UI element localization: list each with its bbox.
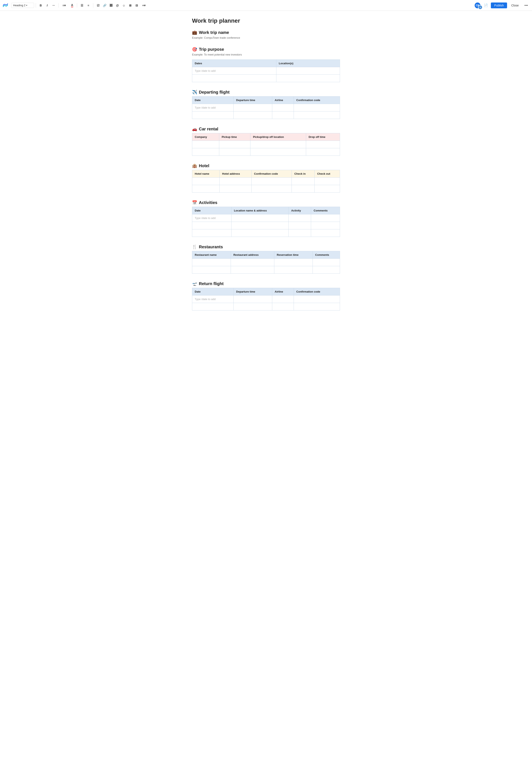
departing-flight-table: Date Departure time Airline Confirmation…: [192, 96, 340, 119]
insert-more-button[interactable]: +▾: [140, 2, 148, 9]
toolbar-right: CK + 📄 Publish Close •••: [474, 2, 530, 9]
section-car-rental: 🚗 Car rental Company Pickup time Pickup/…: [192, 126, 340, 156]
trip-purpose-heading: 🎯 Trip purpose: [192, 47, 340, 52]
toolbar-divider-4: [93, 3, 93, 8]
restaurants-header-row: Restaurant name Restaurant address Reser…: [192, 251, 340, 259]
section-hotel: 🏨 Hotel Hotel name Hotel address Confirm…: [192, 163, 340, 192]
bullet-list-icon: ☰: [81, 4, 83, 7]
location-cell-2[interactable]: [276, 75, 340, 82]
toolbar-divider-1: [36, 3, 36, 8]
table-row: [192, 229, 340, 237]
text-format-group: B I ···: [38, 2, 57, 9]
col-location-name-address: Location name & address: [231, 207, 289, 214]
publish-button[interactable]: Publish: [491, 2, 507, 8]
bullet-list-button[interactable]: ☰: [79, 2, 85, 9]
checklist-button[interactable]: ☑: [95, 2, 101, 9]
ellipsis-icon: •••: [525, 4, 528, 7]
date-cell[interactable]: Type /date to add: [192, 104, 234, 111]
col-ret-departure-time: Departure time: [234, 288, 272, 295]
link-icon: 🔗: [103, 4, 106, 7]
section-work-trip-name: 💼 Work trip name Example: CompuTown trad…: [192, 30, 340, 39]
col-dates: Dates: [192, 60, 276, 67]
section-trip-purpose: 🎯 Trip purpose Example: To meet potentia…: [192, 47, 340, 82]
table-row: [192, 303, 340, 310]
work-trip-name-heading: 💼 Work trip name: [192, 30, 340, 35]
col-reservation-time: Reservation time: [274, 251, 313, 259]
hotel-header-row: Hotel name Hotel address Confirmation co…: [192, 170, 340, 178]
add-collaborator-button[interactable]: +: [478, 5, 483, 10]
toolbar: Heading 2 ▾ B I ··· ≡▾ A ☰ ≡ ☑ 🔗 �: [0, 0, 532, 11]
table-row: Type /date to add: [192, 214, 340, 222]
return-flight-header-row: Date Departure time Airline Confirmation…: [192, 288, 340, 295]
target-icon: 🎯: [192, 47, 197, 52]
col-comments: Comments: [311, 207, 340, 214]
fork-knife-icon: 🍴: [192, 244, 197, 249]
layout-icon: ⊟: [135, 4, 138, 7]
more-format-button[interactable]: ···: [50, 2, 57, 9]
mention-button[interactable]: @: [114, 2, 121, 9]
airline-cell[interactable]: [272, 104, 294, 111]
align-button[interactable]: ≡▾: [60, 2, 68, 9]
section-return-flight: 🛫 Return flight Date Departure time Airl…: [192, 281, 340, 310]
car-rental-table: Company Pickup time Pickup/drop off loca…: [192, 133, 340, 156]
col-date: Date: [192, 96, 234, 104]
draft-button[interactable]: 📄: [483, 2, 489, 9]
section-activities: 📅 Activities Date Location name & addres…: [192, 200, 340, 237]
conf-code-cell[interactable]: [294, 104, 340, 111]
col-departure-time: Departure time: [234, 96, 272, 104]
ret-date-cell[interactable]: Type /date to add: [192, 295, 234, 303]
more-options-button[interactable]: •••: [523, 2, 530, 9]
col-restaurant-address: Restaurant address: [231, 251, 274, 259]
table-button[interactable]: ⊞: [127, 2, 133, 9]
table-row: Type /date to add: [192, 67, 340, 75]
page-title: Work trip planner: [192, 17, 340, 24]
color-button[interactable]: A: [69, 2, 75, 9]
col-act-date: Date: [192, 207, 232, 214]
layout-button[interactable]: ⊟: [134, 2, 140, 9]
table-row: [192, 178, 340, 185]
hotel-heading: 🏨 Hotel: [192, 163, 340, 168]
activities-table: Date Location name & address Activity Co…: [192, 207, 340, 237]
emoji-button[interactable]: ☺: [121, 2, 127, 9]
dates-cell-2[interactable]: [192, 75, 276, 82]
italic-button[interactable]: I: [44, 2, 50, 9]
table-row: [192, 266, 340, 274]
briefcase-icon: 💼: [192, 30, 197, 35]
table-row: Type /date to add: [192, 295, 340, 303]
location-cell[interactable]: [276, 67, 340, 75]
col-confirmation-code: Confirmation code: [294, 96, 340, 104]
return-flight-table: Date Departure time Airline Confirmation…: [192, 288, 340, 310]
dates-cell[interactable]: Type /date to add: [192, 67, 276, 75]
col-locations: Location(s): [276, 60, 340, 67]
image-button[interactable]: 🖼: [108, 2, 114, 9]
avatar-group: CK +: [474, 2, 481, 9]
activities-heading: 📅 Activities: [192, 200, 340, 205]
numbered-list-button[interactable]: ≡: [85, 2, 91, 9]
link-button[interactable]: 🔗: [101, 2, 108, 9]
return-flight-heading: 🛫 Return flight: [192, 281, 340, 286]
plane-icon: ✈️: [192, 90, 197, 95]
bold-button[interactable]: B: [38, 2, 44, 9]
dep-time-cell[interactable]: [234, 104, 272, 111]
act-date-cell[interactable]: Type /date to add: [192, 214, 232, 222]
page-content: Work trip planner 💼 Work trip name Examp…: [187, 11, 345, 334]
restaurants-table: Restaurant name Restaurant address Reser…: [192, 251, 340, 274]
trip-purpose-subtitle: Example: To meet potential new investors: [192, 53, 340, 56]
col-company: Company: [192, 133, 219, 141]
table-row: [192, 185, 340, 192]
heading-selector-label: Heading 2: [13, 4, 25, 7]
hotel-table: Hotel name Hotel address Confirmation co…: [192, 170, 340, 192]
section-restaurants: 🍴 Restaurants Restaurant name Restaurant…: [192, 244, 340, 274]
col-check-in: Check in: [292, 170, 315, 178]
departing-flight-heading: ✈️ Departing flight: [192, 90, 340, 95]
close-button[interactable]: Close: [509, 2, 521, 8]
color-icon: A: [71, 3, 73, 7]
calendar-icon: 📅: [192, 200, 197, 205]
heading-selector[interactable]: Heading 2 ▾: [11, 3, 34, 8]
emoji-icon: ☺: [122, 4, 125, 7]
col-pickup-time: Pickup time: [219, 133, 250, 141]
draft-icon: 📄: [484, 3, 488, 7]
col-check-out: Check out: [315, 170, 340, 178]
table-row: Type /date to add: [192, 104, 340, 111]
chevron-down-icon: ▾: [26, 4, 27, 6]
